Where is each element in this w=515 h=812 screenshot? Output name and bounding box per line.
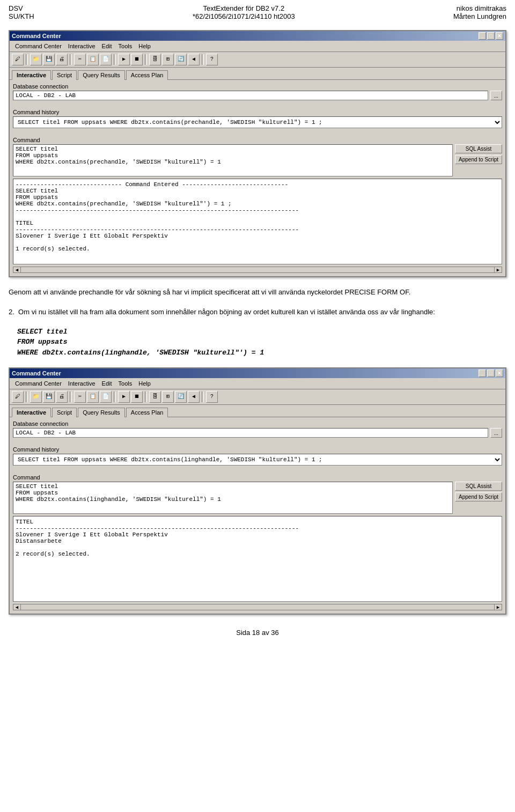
command-textarea-1[interactable]: SELECT titel FROM uppsats WHERE db2tx.co… bbox=[13, 144, 453, 176]
h-scrollbar-2[interactable]: ◀ ▶ bbox=[13, 604, 502, 610]
tb-help-btn-1[interactable]: ? bbox=[206, 54, 218, 65]
cmd-history-label-1: Command history bbox=[13, 109, 502, 115]
command-center-window-1: Command Center _ □ ✕ Command Center Inte… bbox=[9, 30, 506, 277]
tb-run-btn-2[interactable]: ▶ bbox=[118, 391, 130, 403]
command-label-2: Command bbox=[13, 474, 502, 481]
minimize-button-1[interactable]: _ bbox=[479, 32, 486, 40]
tb-paste-btn-1[interactable]: 📄 bbox=[100, 54, 112, 65]
menu-tools-2[interactable]: Tools bbox=[115, 379, 136, 388]
scroll-left-1[interactable]: ◀ bbox=[13, 267, 21, 272]
window-title-2: Command Center bbox=[12, 370, 61, 377]
titlebar-2: Command Center _ □ ✕ bbox=[10, 368, 505, 378]
maximize-button-1[interactable]: □ bbox=[487, 32, 495, 40]
tb-sep-1 bbox=[26, 54, 28, 65]
paragraph-2: 2. Om vi nu istället vill ha fram alla d… bbox=[9, 302, 506, 322]
tb-print-btn-2[interactable]: 🖨 bbox=[56, 391, 68, 403]
tb-refresh-btn-2[interactable]: 🔄 bbox=[175, 391, 187, 403]
tb-copy-btn-2[interactable]: 📋 bbox=[87, 391, 99, 403]
tab-access-plan-2[interactable]: Access Plan bbox=[126, 408, 168, 417]
db-connection-input-2[interactable] bbox=[13, 428, 488, 438]
tab-interactive-1[interactable]: Interactive bbox=[12, 70, 51, 80]
db-label-2: Database connection bbox=[13, 420, 502, 427]
tb-sep-4 bbox=[145, 54, 147, 65]
tab-script-1[interactable]: Script bbox=[52, 70, 77, 80]
cmd-history-select-1[interactable]: SELECT titel FROM uppsats WHERE db2tx.co… bbox=[13, 116, 502, 128]
author2: Mårten Lundgren bbox=[453, 12, 506, 20]
page-header: DSV SU/KTH TextExtender för DB2 v7.2 *62… bbox=[0, 0, 515, 25]
tb-new-btn-1[interactable]: 🖊 bbox=[12, 54, 24, 65]
tb-save-btn-1[interactable]: 💾 bbox=[43, 54, 55, 65]
page-number: Sida 18 av 36 bbox=[236, 629, 279, 637]
maximize-button-2[interactable]: □ bbox=[487, 370, 495, 377]
db-connection-row-1: ... bbox=[13, 91, 502, 100]
tb-grid-btn-1[interactable]: ⊞ bbox=[162, 54, 174, 65]
tb-save-btn-2[interactable]: 💾 bbox=[43, 391, 55, 403]
tabs-2: Interactive Script Query Results Access … bbox=[10, 405, 505, 417]
append-script-btn-2[interactable]: Append to Script bbox=[455, 492, 502, 501]
sql-assist-btn-2[interactable]: SQL Assist bbox=[455, 482, 502, 491]
tab-query-results-1[interactable]: Query Results bbox=[78, 70, 125, 80]
tb-cut-btn-1[interactable]: ✂ bbox=[74, 54, 86, 65]
tb-sep-2-3 bbox=[114, 392, 116, 402]
tb-copy-btn-1[interactable]: 📋 bbox=[87, 54, 99, 65]
header-center: TextExtender för DB2 v7.2 *62/2i1056/2i1… bbox=[193, 4, 295, 20]
close-button-1[interactable]: ✕ bbox=[496, 32, 503, 40]
menu-help-1[interactable]: Help bbox=[135, 42, 154, 50]
code-line-3: WHERE db2tx.contains(linghandle, 'SWEDIS… bbox=[17, 348, 498, 358]
window-controls-2: _ □ ✕ bbox=[479, 370, 503, 377]
tb-help-btn-2[interactable]: ? bbox=[206, 391, 218, 403]
tb-new-btn-2[interactable]: 🖊 bbox=[12, 391, 24, 403]
db-browse-btn-2[interactable]: ... bbox=[490, 428, 502, 438]
menu-interactive-2[interactable]: Interactive bbox=[65, 379, 99, 388]
scroll-track-1 bbox=[21, 267, 494, 272]
menu-interactive-1[interactable]: Interactive bbox=[65, 42, 99, 50]
tab-access-plan-1[interactable]: Access Plan bbox=[126, 70, 168, 80]
toolbar-1: 🖊 📁 💾 🖨 ✂ 📋 📄 ▶ ⏹ 🗄 ⊞ 🔄 ◀ ? bbox=[10, 52, 505, 68]
menu-help-2[interactable]: Help bbox=[135, 379, 154, 388]
tb-back-btn-1[interactable]: ◀ bbox=[188, 54, 200, 65]
minimize-button-2[interactable]: _ bbox=[479, 370, 486, 377]
org-sub: SU/KTH bbox=[9, 12, 34, 20]
cmd-history-select-2[interactable]: SELECT titel FROM uppsats WHERE db2tx.co… bbox=[13, 454, 502, 466]
menu-tools-1[interactable]: Tools bbox=[115, 42, 136, 50]
scroll-left-2[interactable]: ◀ bbox=[13, 604, 21, 610]
window-controls-1: _ □ ✕ bbox=[479, 32, 503, 40]
db-browse-btn-1[interactable]: ... bbox=[490, 91, 502, 100]
h-scrollbar-1[interactable]: ◀ ▶ bbox=[13, 267, 502, 273]
command-textarea-2[interactable]: SELECT titel FROM uppsats WHERE db2tx.co… bbox=[13, 482, 453, 514]
tb-run-btn-1[interactable]: ▶ bbox=[118, 54, 130, 65]
tb-sep-5 bbox=[202, 54, 204, 65]
menu-edit-2[interactable]: Edit bbox=[99, 379, 115, 388]
tb-refresh-btn-1[interactable]: 🔄 bbox=[175, 54, 187, 65]
tab-script-2[interactable]: Script bbox=[52, 408, 77, 417]
tb-sep-2 bbox=[70, 54, 72, 65]
tb-paste-btn-2[interactable]: 📄 bbox=[100, 391, 112, 403]
cmd-history-row-2: SELECT titel FROM uppsats WHERE db2tx.co… bbox=[13, 454, 502, 466]
tab-interactive-2[interactable]: Interactive bbox=[12, 408, 51, 417]
menu-edit-1[interactable]: Edit bbox=[99, 42, 115, 50]
tb-back-btn-2[interactable]: ◀ bbox=[188, 391, 200, 403]
tb-open-btn-1[interactable]: 📁 bbox=[30, 54, 42, 65]
db-connection-input-1[interactable] bbox=[13, 91, 488, 100]
tb-cut-btn-2[interactable]: ✂ bbox=[74, 391, 86, 403]
tb-grid-btn-2[interactable]: ⊞ bbox=[162, 391, 174, 403]
scroll-right-1[interactable]: ▶ bbox=[494, 267, 502, 272]
tb-db-btn-2[interactable]: 🗄 bbox=[149, 391, 161, 403]
author1: nikos dimitrakas bbox=[453, 4, 506, 12]
menu-command-center-2[interactable]: Command Center bbox=[12, 379, 65, 388]
tb-stop-btn-1[interactable]: ⏹ bbox=[131, 54, 143, 65]
toolbar-2: 🖊 📁 💾 🖨 ✂ 📋 📄 ▶ ⏹ 🗄 ⊞ 🔄 ◀ ? bbox=[10, 389, 505, 405]
scroll-right-2[interactable]: ▶ bbox=[494, 604, 502, 610]
scroll-track-2 bbox=[21, 604, 494, 610]
win-body-1: Database connection ... Command history … bbox=[10, 79, 505, 276]
tab-query-results-2[interactable]: Query Results bbox=[78, 408, 125, 417]
menubar-1: Command Center Interactive Edit Tools He… bbox=[10, 41, 505, 52]
sql-assist-btn-1[interactable]: SQL Assist bbox=[455, 144, 502, 153]
tb-db-btn-1[interactable]: 🗄 bbox=[149, 54, 161, 65]
tb-open-btn-2[interactable]: 📁 bbox=[30, 391, 42, 403]
close-button-2[interactable]: ✕ bbox=[496, 370, 503, 377]
menu-command-center-1[interactable]: Command Center bbox=[12, 42, 65, 50]
append-script-btn-1[interactable]: Append to Script bbox=[455, 155, 502, 164]
tb-stop-btn-2[interactable]: ⏹ bbox=[131, 391, 143, 403]
tb-print-btn-1[interactable]: 🖨 bbox=[56, 54, 68, 65]
